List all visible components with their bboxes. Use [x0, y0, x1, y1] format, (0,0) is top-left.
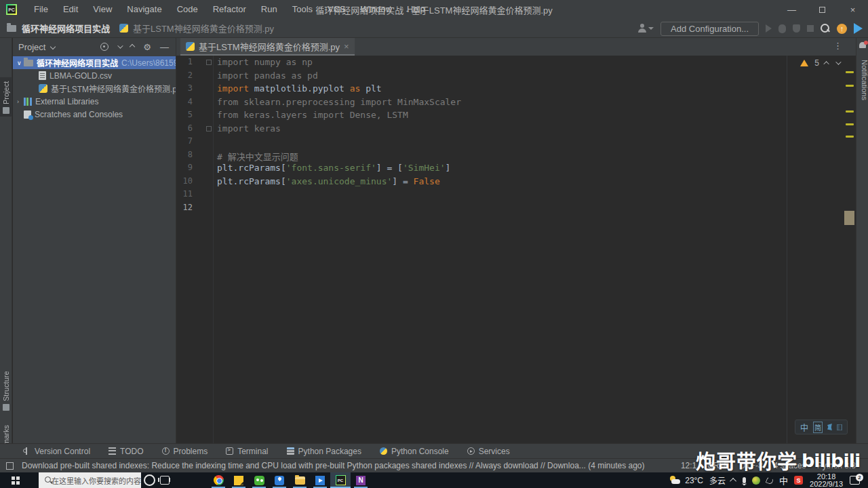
taskbar-app-onenote[interactable]: N — [351, 472, 371, 488]
code-editor[interactable]: 5 123456789101112 import numpy as npimpo… — [176, 56, 856, 443]
menu-file[interactable]: File — [26, 0, 56, 19]
search-icon[interactable] — [821, 24, 830, 33]
tree-item-lstm-py-file[interactable]: 基于LSTM神经网络黄金价格预测.py — [13, 82, 176, 95]
settings-icon[interactable]: ⚙ — [143, 42, 151, 52]
toolwindow-button-python-packages[interactable]: Python Packages — [287, 447, 361, 456]
toolwindow-button-terminal[interactable]: Terminal — [226, 447, 268, 456]
fold-marker[interactable] — [206, 60, 212, 65]
usb-device-icon[interactable] — [743, 477, 746, 483]
add-configuration-button[interactable]: Add Configuration... — [660, 22, 759, 36]
sogou-tray-icon[interactable]: S — [794, 476, 803, 485]
tree-item-label: LBMA-GOLD.csv — [50, 71, 112, 81]
code-lines: import numpy as npimport pandas as pdimp… — [217, 57, 461, 216]
pen-tray-icon[interactable] — [766, 476, 774, 485]
cortana-button[interactable] — [144, 474, 155, 486]
notifications-bell-icon[interactable] — [859, 42, 866, 48]
breadcrumb-file[interactable]: 基于LSTM神经网络黄金价格预测.py — [133, 22, 274, 35]
tool-window-switcher-icon[interactable] — [6, 462, 14, 470]
menu-help[interactable]: Help — [399, 0, 433, 19]
taskbar-app-movies[interactable] — [310, 472, 330, 488]
menu-code[interactable]: Code — [170, 0, 205, 19]
expand-all-icon[interactable] — [130, 44, 135, 49]
scrollbar-thumb[interactable] — [844, 211, 854, 225]
toolwindow-button-services[interactable]: Services — [467, 447, 510, 456]
kebab-menu-icon[interactable]: ⋮ — [833, 41, 842, 51]
stripe-tab-project[interactable]: Project — [0, 77, 12, 117]
gradient-triangle-icon[interactable] — [854, 23, 863, 34]
search-placeholder: 在这里输入你要搜索的内容 — [52, 475, 141, 486]
profile-button[interactable] — [637, 24, 654, 33]
task-view-button[interactable] — [160, 476, 170, 485]
tree-item-scratches-consoles[interactable]: Scratches and Consoles — [13, 108, 176, 121]
fold-marker[interactable] — [206, 126, 212, 131]
stop-icon[interactable] — [807, 25, 814, 32]
taskbar-app-chrome[interactable] — [208, 472, 229, 488]
antivirus-tray-icon[interactable] — [752, 476, 760, 485]
weather-icon[interactable] — [669, 476, 682, 485]
editor-tab[interactable]: 基于LSTM神经网络黄金价格预测.py × — [180, 38, 355, 56]
taskbar-app-notes[interactable] — [229, 472, 249, 488]
caret-position[interactable]: 12:1 — [681, 461, 696, 470]
breadcrumb-project[interactable]: 循环神经网络项目实战 — [22, 22, 110, 35]
toolwindow-button-version-control[interactable]: Version Control — [23, 447, 90, 456]
chevron-icon[interactable]: › — [17, 98, 24, 105]
coverage-icon[interactable] — [793, 24, 800, 33]
taskbar-search[interactable]: 在这里输入你要搜索的内容 — [39, 472, 141, 488]
hidden-icons-chevron[interactable] — [730, 478, 736, 485]
menu-view[interactable]: View — [85, 0, 119, 19]
warning-stripe-mark — [846, 123, 854, 125]
stripe-tab-structure[interactable]: Structure — [0, 369, 12, 411]
chevron-icon[interactable]: ∨ — [17, 60, 24, 66]
ime-status-pill[interactable]: 中 简 — [795, 420, 848, 434]
ime-language-indicator[interactable]: 中 — [779, 474, 788, 487]
taskbar-clock[interactable]: 20:18 2022/9/13 — [810, 473, 843, 488]
inspections-widget[interactable]: 5 — [800, 58, 840, 68]
collapse-all-icon[interactable] — [118, 43, 123, 48]
taskbar-app-maps[interactable] — [269, 472, 290, 488]
tray-weather[interactable]: 多云 — [709, 474, 726, 486]
tree-item-project-root[interactable]: ∨循环神经网络项目实战C:\Users\86159\ — [13, 56, 176, 69]
right-margin-guide — [787, 56, 787, 443]
tray-temperature[interactable]: 23°C — [685, 476, 703, 485]
line-separator[interactable]: CRLF — [707, 461, 728, 470]
tree-item-external-libraries[interactable]: ›External Libraries — [13, 95, 176, 108]
toolwindow-label: Services — [479, 447, 510, 456]
run-icon[interactable] — [766, 24, 772, 33]
warning-icon — [800, 60, 808, 66]
menu-refactor[interactable]: Refactor — [205, 0, 254, 19]
toolwindow-button-todo[interactable]: TODO — [108, 447, 143, 456]
prev-warning-icon[interactable] — [823, 61, 829, 66]
menu-tools[interactable]: Tools — [285, 0, 320, 19]
editor-area: 基于LSTM神经网络黄金价格预测.py × ⋮ 5 12345678910111… — [176, 38, 856, 443]
right-tool-stripe: Notifications — [856, 38, 868, 443]
stripe-tab-notifications[interactable]: Notifications — [856, 58, 868, 100]
menu-edit[interactable]: Edit — [56, 0, 85, 19]
menu-navigate[interactable]: Navigate — [119, 0, 169, 19]
toolwindow-button-problems[interactable]: Problems — [162, 447, 208, 456]
chevron-down-icon[interactable] — [50, 44, 56, 49]
taskbar-app-pycharm[interactable]: PC — [330, 472, 351, 488]
maximize-button[interactable] — [807, 0, 837, 19]
toolwindow-button-python-console[interactable]: Python Console — [380, 447, 449, 456]
python-interpreter[interactable]: Python 3.8 — [817, 461, 856, 470]
locate-file-icon[interactable] — [100, 43, 108, 51]
taskbar-app-wechat[interactable] — [249, 472, 269, 488]
update-icon[interactable]: ↑ — [837, 24, 847, 34]
file-encoding[interactable]: UTF-8 — [740, 461, 763, 470]
action-center-icon[interactable]: 2 — [850, 476, 860, 485]
menu-run[interactable]: Run — [254, 0, 285, 19]
menu-window[interactable]: Window — [353, 0, 399, 19]
hide-panel-icon[interactable]: — — [160, 42, 169, 52]
project-panel-title[interactable]: Project — [18, 42, 45, 52]
close-button[interactable]: × — [837, 0, 868, 19]
status-message[interactable]: Download pre-built shared indexes: Reduc… — [22, 461, 645, 470]
debug-icon[interactable] — [778, 24, 786, 33]
minimize-button[interactable]: — — [776, 0, 807, 19]
tab-close-icon[interactable]: × — [344, 41, 349, 52]
taskbar-app-explorer[interactable] — [290, 472, 310, 488]
start-button[interactable] — [0, 472, 31, 488]
menu-vcs[interactable]: VCS — [320, 0, 353, 19]
indent-style[interactable]: 4 spaces — [774, 461, 806, 470]
next-warning-icon[interactable] — [835, 59, 841, 64]
tree-item-lbma-gold-csv[interactable]: LBMA-GOLD.csv — [13, 69, 176, 82]
